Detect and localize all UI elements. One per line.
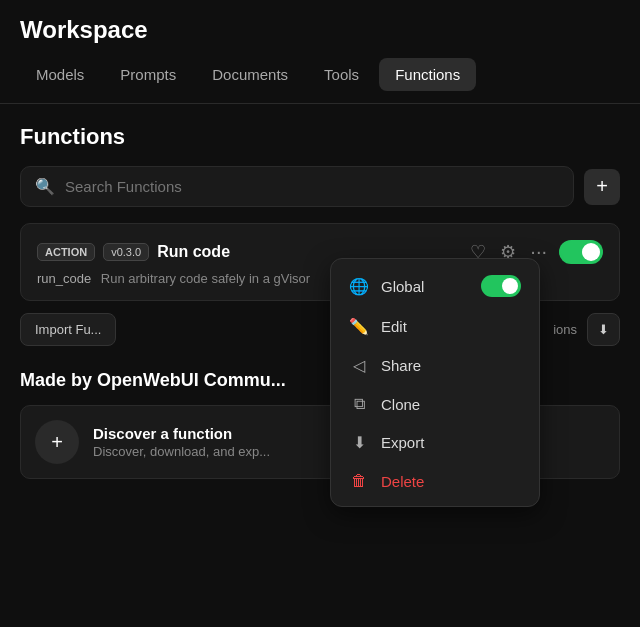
search-input[interactable] [65,178,559,195]
function-toggle[interactable] [559,240,603,264]
badge-version: v0.3.0 [103,243,149,261]
tab-functions[interactable]: Functions [379,58,476,91]
discover-text: Discover a function Discover, download, … [93,425,270,459]
clone-label: Clone [381,396,420,413]
workspace-title: Workspace [20,16,620,44]
menu-item-share[interactable]: ◁ Share [337,346,533,385]
function-meta: ACTION v0.3.0 Run code [37,243,230,261]
tab-prompts[interactable]: Prompts [104,58,192,91]
discover-card-title: Discover a function [93,425,270,442]
export-label: Export [381,434,424,451]
search-icon: 🔍 [35,177,55,196]
menu-item-clone[interactable]: ⧉ Clone [337,385,533,423]
add-function-button[interactable]: + [584,169,620,205]
globe-icon: 🌐 [349,277,369,296]
edit-icon: ✏️ [349,317,369,336]
delete-icon: 🗑 [349,472,369,490]
search-bar: 🔍 [20,166,574,207]
badge-action: ACTION [37,243,95,261]
export-icon: ⬇ [349,433,369,452]
function-id: run_code [37,271,91,286]
share-icon: ◁ [349,356,369,375]
function-desc-text: Run arbitrary code safely in a gVisor [101,271,310,286]
page-title: Functions [20,124,620,150]
dropdown-menu: 🌐 Global ✏️ Edit ◁ Share ⧉ Clone ⬇ Expor… [330,258,540,507]
download-button[interactable]: ⬇ [587,313,620,346]
tab-models[interactable]: Models [20,58,100,91]
discover-card-desc: Discover, download, and exp... [93,444,270,459]
menu-item-edit[interactable]: ✏️ Edit [337,307,533,346]
nav-tabs: Models Prompts Documents Tools Functions [20,58,620,91]
edit-label: Edit [381,318,407,335]
share-label: Share [381,357,421,374]
delete-label: Delete [381,473,424,490]
main-content: Functions 🔍 + ACTION v0.3.0 Run code ♡ ⚙… [0,104,640,499]
tab-documents[interactable]: Documents [196,58,304,91]
global-label: Global [381,278,424,295]
menu-item-export[interactable]: ⬇ Export [337,423,533,462]
menu-item-global[interactable]: 🌐 Global [337,265,533,307]
functions-label: ions [553,322,577,337]
menu-item-delete[interactable]: 🗑 Delete [337,462,533,500]
global-toggle[interactable] [481,275,521,297]
tab-tools[interactable]: Tools [308,58,375,91]
import-button[interactable]: Import Fu... [20,313,116,346]
function-name: Run code [157,243,230,261]
header: Workspace Models Prompts Documents Tools… [0,0,640,104]
clone-icon: ⧉ [349,395,369,413]
discover-icon: + [35,420,79,464]
